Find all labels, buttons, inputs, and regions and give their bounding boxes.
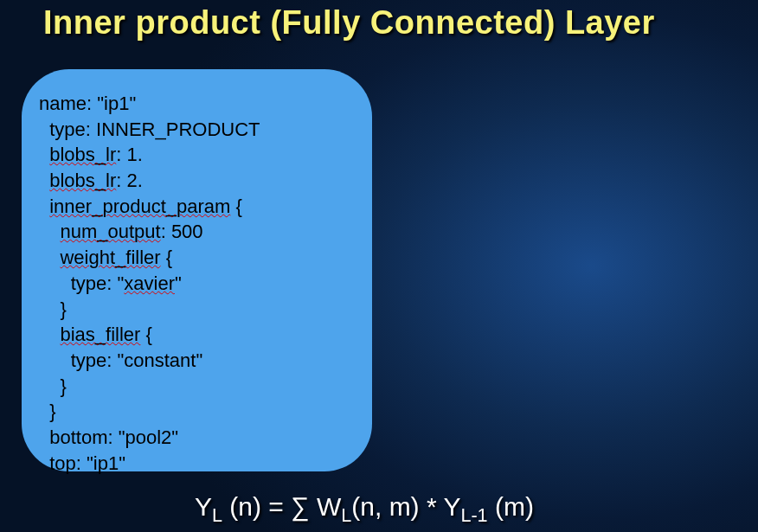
- code-line-3-indent: [39, 144, 49, 165]
- code-line-14: bottom: "pool2": [39, 426, 178, 448]
- code-line-3-key: blobs_lr: [49, 144, 116, 165]
- code-line-13: }: [39, 401, 56, 422]
- code-line-10-rest: {: [140, 324, 151, 345]
- code-line-4-indent: [39, 170, 49, 191]
- code-line-5-indent: [39, 195, 49, 217]
- formula-p4: (m): [488, 492, 534, 521]
- code-line-5-key: inner_product_param: [49, 195, 230, 217]
- code-line-4-key: blobs_lr: [49, 170, 116, 191]
- code-line-3-rest: : 1.: [116, 144, 143, 165]
- formula-s3: L-1: [460, 504, 487, 526]
- code-line-5-rest: {: [230, 195, 241, 217]
- code-line-2: type: INNER_PRODUCT: [39, 119, 260, 140]
- code-line-11: type: "constant": [39, 349, 202, 371]
- formula: YL (n) = ∑ WL(n, m) * YL-1 (m): [195, 492, 534, 522]
- code-line-8-val: xavier: [124, 272, 175, 294]
- slide: Inner product (Fully Connected) Layer na…: [0, 0, 758, 532]
- code-line-8-post: ": [175, 272, 182, 294]
- code-line-7-rest: {: [161, 247, 172, 268]
- formula-s2: L: [341, 504, 351, 526]
- code-line-6-rest: : 500: [161, 221, 203, 242]
- formula-s1: L: [212, 504, 222, 526]
- formula-p3: (n, m) * Y: [351, 492, 460, 521]
- code-line-10-indent: [39, 324, 60, 345]
- code-line-9: }: [39, 298, 67, 320]
- code-line-6-key: num_output: [60, 221, 160, 242]
- formula-p2: (n) = ∑ W: [222, 492, 341, 521]
- code-block: name: "ip1" type: INNER_PRODUCT blobs_lr…: [39, 91, 355, 476]
- code-line-12: }: [39, 375, 67, 397]
- formula-p1: Y: [195, 492, 212, 521]
- code-line-8-pre: type: ": [39, 272, 124, 294]
- slide-title: Inner product (Fully Connected) Layer: [43, 4, 754, 42]
- code-line-15: top: "ip1": [39, 452, 125, 474]
- code-line-1: name: "ip1": [39, 93, 136, 114]
- code-line-6-indent: [39, 221, 60, 242]
- code-line-4-rest: : 2.: [116, 170, 143, 191]
- code-line-7-key: weight_filler: [60, 247, 160, 268]
- code-line-10-key: bias_filler: [60, 324, 140, 345]
- code-line-7-indent: [39, 247, 60, 268]
- code-box: name: "ip1" type: INNER_PRODUCT blobs_lr…: [22, 69, 372, 471]
